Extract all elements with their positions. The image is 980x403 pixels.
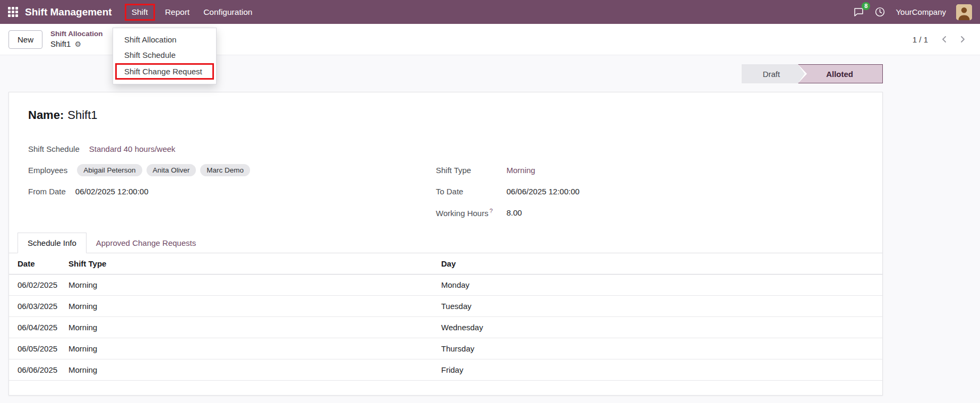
breadcrumb-current: Shift1 ⚙ — [50, 39, 103, 49]
field-working-hours: Working Hours? 8.00 — [436, 202, 863, 223]
menu-item-shift[interactable]: Shift — [125, 4, 155, 21]
field-column-right: Shift Type Morning To Date 06/06/2025 12… — [436, 138, 863, 223]
employees-label: Employees — [28, 166, 67, 175]
column-header-shift-type[interactable]: Shift Type — [68, 253, 441, 275]
new-button[interactable]: New — [8, 30, 42, 49]
column-header-date[interactable]: Date — [9, 253, 68, 275]
dropdown-item-shift-schedule[interactable]: Shift Schedule — [113, 47, 216, 63]
menu-item-configuration[interactable]: Configuration — [196, 4, 259, 21]
cell-day[interactable]: Wednesday — [441, 317, 882, 338]
pager-count: 1 / 1 — [913, 35, 928, 44]
to-date-value[interactable]: 06/06/2025 12:00:00 — [506, 187, 580, 196]
employee-tag[interactable]: Marc Demo — [200, 164, 250, 176]
cell-date[interactable]: 06/02/2025 — [9, 275, 68, 296]
table-row[interactable]: 06/02/2025 Morning Monday — [9, 275, 882, 296]
statusbar: Draft Alloted — [742, 64, 883, 83]
status-step-alloted[interactable]: Alloted — [798, 64, 883, 83]
form-sheet: Name:Shift1 Shift Schedule Standard 40 h… — [9, 92, 882, 223]
tab-schedule-info[interactable]: Schedule Info — [18, 233, 87, 253]
field-to-date: To Date 06/06/2025 12:00:00 — [436, 181, 863, 202]
menu-item-report[interactable]: Report — [158, 4, 197, 21]
chevron-right-icon — [958, 35, 967, 44]
main-menu: Shift Report Configuration — [125, 4, 260, 21]
cell-date[interactable]: 06/03/2025 — [9, 296, 68, 317]
pager: 1 / 1 — [913, 30, 972, 48]
employee-tag[interactable]: Abigail Peterson — [77, 164, 142, 176]
gear-icon[interactable]: ⚙ — [74, 39, 81, 49]
shift-schedule-link[interactable]: Standard 40 hours/week — [89, 144, 176, 153]
working-hours-value[interactable]: 8.00 — [506, 208, 522, 217]
table-row[interactable]: 06/03/2025 Morning Tuesday — [9, 296, 882, 317]
breadcrumb-parent-link[interactable]: Shift Allocation — [50, 29, 103, 39]
table-row[interactable]: 06/05/2025 Morning Thursday — [9, 338, 882, 359]
status-step-draft[interactable]: Draft — [742, 64, 798, 83]
shift-schedule-label: Shift Schedule — [28, 144, 80, 153]
systray: 8 YourCompany — [853, 4, 972, 20]
from-date-label: From Date — [28, 187, 66, 196]
annotation-highlight-box: Shift Change Request — [115, 63, 214, 80]
app-title[interactable]: Shift Management — [25, 6, 112, 18]
pager-next-button[interactable] — [953, 30, 972, 48]
chevron-left-icon — [940, 35, 949, 44]
content-area: Draft Alloted Name:Shift1 Shift Schedule… — [0, 55, 980, 403]
top-navbar: Shift Management Shift Report Configurat… — [0, 0, 980, 24]
from-date-value[interactable]: 06/02/2025 12:00:00 — [75, 187, 149, 196]
cell-date[interactable]: 06/05/2025 — [9, 338, 68, 359]
table-row[interactable]: 06/06/2025 Morning Friday — [9, 359, 882, 381]
column-header-day[interactable]: Day — [441, 253, 882, 275]
employee-tags: Abigail Peterson Anita Oliver Marc Demo — [77, 164, 250, 176]
cell-day[interactable]: Tuesday — [441, 296, 882, 317]
notebook-tabs: Schedule Info Approved Change Requests — [9, 233, 882, 253]
name-label: Name: — [28, 108, 64, 122]
field-from-date: From Date 06/02/2025 12:00:00 — [28, 181, 436, 202]
table-header-row: Date Shift Type Day — [9, 253, 882, 275]
avatar-image — [956, 4, 972, 20]
dropdown-item-shift-change-request[interactable]: Shift Change Request — [117, 65, 212, 78]
user-avatar[interactable] — [956, 4, 972, 20]
dropdown-item-shift-allocation[interactable]: Shift Allocation — [113, 32, 216, 47]
cell-shift-type[interactable]: Morning — [68, 296, 441, 317]
breadcrumb-current-label: Shift1 — [50, 39, 71, 49]
record-title: Name:Shift1 — [28, 108, 863, 122]
shift-menu-dropdown: Shift Allocation Shift Schedule Shift Ch… — [113, 28, 217, 84]
cell-day[interactable]: Monday — [441, 275, 882, 296]
to-date-label: To Date — [436, 187, 506, 196]
employee-tag[interactable]: Anita Oliver — [147, 164, 196, 176]
breadcrumb: Shift Allocation Shift1 ⚙ — [50, 29, 103, 49]
field-shift-type: Shift Type Morning — [436, 159, 863, 181]
activities-clock-icon[interactable] — [874, 6, 886, 18]
company-switcher[interactable]: YourCompany — [896, 7, 946, 16]
tab-approved-change-requests[interactable]: Approved Change Requests — [87, 233, 205, 253]
clock-icon — [874, 6, 886, 18]
table-row[interactable]: 06/04/2025 Morning Wednesday — [9, 317, 882, 338]
form-card: Name:Shift1 Shift Schedule Standard 40 h… — [8, 92, 883, 396]
working-hours-label: Working Hours? — [436, 208, 506, 218]
cell-shift-type[interactable]: Morning — [68, 317, 441, 338]
cell-shift-type[interactable]: Morning — [68, 338, 441, 359]
name-value: Shift1 — [67, 108, 97, 122]
cell-day[interactable]: Thursday — [441, 338, 882, 359]
shift-type-label: Shift Type — [436, 166, 506, 175]
pager-previous-button[interactable] — [935, 30, 953, 48]
field-employees: Employees Abigail Peterson Anita Oliver … — [28, 159, 436, 181]
cell-day[interactable]: Friday — [441, 359, 882, 381]
cell-shift-type[interactable]: Morning — [68, 359, 441, 381]
help-icon[interactable]: ? — [489, 208, 493, 214]
cell-shift-type[interactable]: Morning — [68, 275, 441, 296]
shift-type-value[interactable]: Morning — [506, 166, 535, 175]
messages-icon[interactable]: 8 — [853, 6, 864, 18]
field-column-left: Shift Schedule Standard 40 hours/week Em… — [28, 138, 436, 223]
cell-date[interactable]: 06/06/2025 — [9, 359, 68, 381]
field-shift-schedule: Shift Schedule Standard 40 hours/week — [28, 138, 436, 159]
schedule-table: Date Shift Type Day 06/02/2025 Morning M… — [9, 253, 882, 381]
cell-date[interactable]: 06/04/2025 — [9, 317, 68, 338]
field-grid: Shift Schedule Standard 40 hours/week Em… — [28, 138, 863, 223]
messages-count-badge: 8 — [862, 2, 870, 10]
apps-grid-icon[interactable] — [8, 7, 18, 17]
